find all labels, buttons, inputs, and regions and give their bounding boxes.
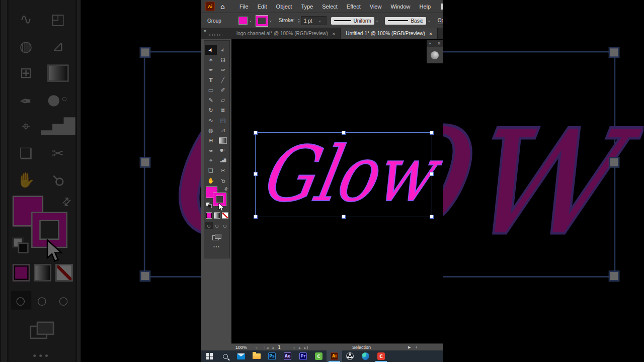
panel-close-icon[interactable]: ×	[437, 41, 441, 46]
next-artboard-icon[interactable]: ▶	[299, 346, 301, 349]
stroke-weight-stepper[interactable]: ▴▾	[298, 18, 299, 23]
photoshop-app[interactable]: Ps	[264, 350, 280, 362]
selection-handle[interactable]	[254, 172, 258, 176]
tab-close-icon[interactable]: ×	[332, 31, 335, 37]
selection-tool[interactable]: ➤	[205, 45, 217, 55]
menu-view[interactable]: View	[365, 4, 386, 10]
pencil-tool[interactable]: ✎	[205, 95, 217, 105]
illustrator-app[interactable]: Ai	[327, 350, 342, 362]
red-c-app[interactable]: C	[373, 350, 389, 362]
artboard-chevron-icon[interactable]: ⌄	[293, 345, 296, 349]
zoom-level[interactable]: 100%	[235, 345, 247, 350]
stroke-chevron-icon[interactable]: ⌄	[269, 19, 272, 23]
menu-object[interactable]: Object	[272, 4, 297, 10]
draw-normal-button[interactable]: ○	[205, 222, 213, 229]
tab-close-icon[interactable]: ×	[429, 31, 432, 37]
zoom-chevron-icon[interactable]: ⌄	[255, 345, 258, 349]
artboard-number[interactable]: 1	[278, 345, 281, 350]
last-artboard-icon[interactable]: ▶	[304, 346, 308, 349]
lasso-tool[interactable]: ☊	[217, 55, 229, 65]
opacity-link[interactable]: Opacity:	[438, 18, 443, 24]
mesh-tool[interactable]: ⊞	[205, 135, 217, 145]
brush-definition-select[interactable]: Basic	[385, 17, 426, 25]
stroke-color-swatch[interactable]	[256, 16, 268, 26]
step-down-icon[interactable]: ▾	[298, 21, 299, 23]
selection-handle[interactable]	[342, 215, 346, 219]
selection-handle[interactable]	[430, 131, 434, 135]
eyedropper-tool[interactable]: ✒	[205, 145, 217, 155]
edge-app[interactable]	[358, 350, 373, 362]
file-explorer[interactable]	[249, 350, 264, 362]
stroke-weight-select[interactable]: 1 pt⌄	[301, 16, 327, 25]
column-graph-tool[interactable]: ▂▅█	[217, 155, 229, 165]
menu-edit[interactable]: Edit	[253, 4, 272, 10]
selection-handle[interactable]	[430, 215, 434, 219]
blend-tool[interactable]: ●◦	[217, 145, 229, 155]
menu-help[interactable]: Help	[415, 4, 436, 10]
edit-toolbar-icon[interactable]: •••	[204, 245, 229, 248]
free-transform-tool[interactable]: ◰	[217, 115, 229, 125]
selection-handle[interactable]	[254, 215, 258, 219]
direct-selection-tool[interactable]: ➢	[217, 45, 229, 55]
mail-app[interactable]	[233, 350, 249, 362]
prev-artboard-icon[interactable]: ◀	[272, 346, 274, 349]
workspace-switcher-icon[interactable]	[441, 4, 443, 10]
magic-wand-tool[interactable]: ✶	[205, 55, 217, 65]
obs-app[interactable]	[342, 350, 358, 362]
menu-type[interactable]: Type	[296, 4, 317, 10]
collapse-dock-icon[interactable]: «	[204, 28, 206, 33]
fill-color-swatch[interactable]	[238, 17, 248, 25]
eraser-tool[interactable]: ▱	[217, 95, 229, 105]
artboard-tool[interactable]: ❏	[205, 165, 217, 175]
menu-window[interactable]: Window	[386, 4, 415, 10]
swap-fill-stroke-icon[interactable]: ⇄	[223, 186, 229, 192]
perspective-grid-tool[interactable]: ⊿	[217, 125, 229, 135]
sphere-icon[interactable]	[431, 51, 439, 59]
document-tab-2[interactable]: Untitled-1* @ 100% (RGB/Preview)×	[341, 28, 438, 39]
home-icon[interactable]: ⌂	[220, 3, 225, 10]
menu-select[interactable]: Select	[317, 4, 342, 10]
canvas[interactable]: Glow » ×	[231, 39, 443, 343]
shape-builder-tool[interactable]: ◍	[205, 125, 217, 135]
selection-handle[interactable]	[342, 131, 346, 135]
width-profile-chevron-icon[interactable]: ⌄	[376, 19, 379, 23]
default-fill-stroke-icon[interactable]	[206, 202, 212, 208]
menu-effect[interactable]: Effect	[342, 4, 365, 10]
draw-inside-button[interactable]: ○	[221, 222, 229, 229]
search-button[interactable]	[217, 350, 233, 362]
status-collapse-icon[interactable]: ‹	[416, 345, 417, 350]
slice-tool[interactable]: ✂	[217, 165, 229, 175]
after-effects-app[interactable]: Ae	[280, 350, 295, 362]
type-tool[interactable]: T	[205, 75, 217, 85]
brush-chevron-icon[interactable]: ⌄	[428, 19, 431, 23]
width-tool[interactable]: ∿	[205, 115, 217, 125]
rectangle-tool[interactable]: ▭	[205, 85, 217, 95]
none-button[interactable]	[222, 212, 228, 219]
document-tab-1[interactable]: logo channel.ai* @ 100% (RGB/Preview)×	[231, 28, 341, 39]
selection-handle[interactable]	[430, 172, 434, 176]
fill-chevron-icon[interactable]: ⌄	[249, 19, 252, 23]
stroke-panel-link[interactable]: Stroke:	[279, 18, 295, 24]
status-expand-icon[interactable]: ▶	[408, 345, 411, 349]
panel-collapse-icon[interactable]: »	[429, 41, 431, 46]
rotate-tool[interactable]: ↻	[205, 105, 217, 115]
start-button[interactable]	[202, 350, 217, 362]
curvature-tool[interactable]: ✑	[217, 65, 229, 75]
selection-handle[interactable]	[254, 131, 258, 135]
hand-tool[interactable]: ✋	[205, 175, 217, 186]
draw-behind-button[interactable]: ○	[213, 222, 221, 229]
artwork[interactable]: Glow	[254, 129, 434, 220]
line-segment-tool[interactable]: ╱	[217, 75, 229, 85]
gradient-tool[interactable]	[217, 135, 229, 145]
gradient-button[interactable]	[214, 212, 220, 219]
premiere-app[interactable]: Pr	[295, 350, 311, 362]
camtasia-app[interactable]: C	[311, 350, 327, 362]
color-button[interactable]	[206, 212, 212, 219]
first-artboard-icon[interactable]: ◀	[265, 346, 269, 349]
menu-file[interactable]: File	[235, 4, 253, 10]
paintbrush-tool[interactable]: ✐	[217, 85, 229, 95]
symbol-sprayer-tool[interactable]: ⌖	[205, 155, 217, 165]
artwork-text[interactable]: Glow	[254, 130, 443, 219]
illustrator-app-icon[interactable]: Ai	[205, 2, 215, 11]
pen-tool[interactable]: ✒	[205, 65, 217, 75]
